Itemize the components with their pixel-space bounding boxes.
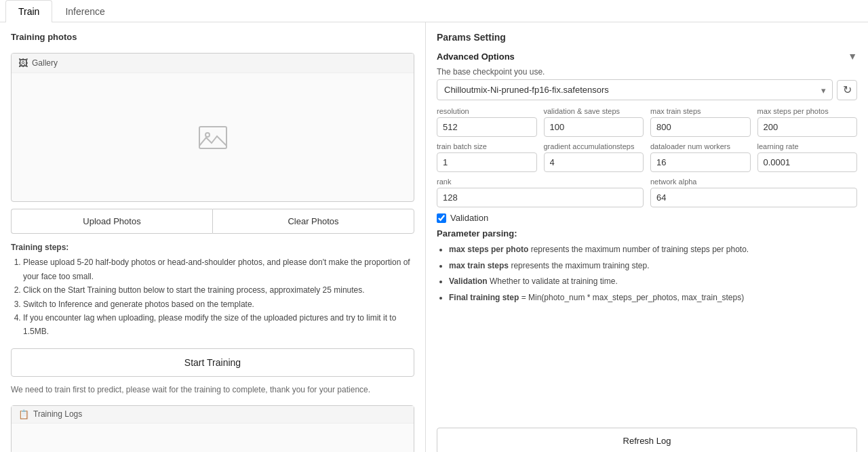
max-train-steps-group: max train steps (650, 107, 751, 137)
photo-area-body (12, 73, 414, 201)
resolution-label: resolution (437, 107, 537, 115)
photo-area-header: 🖼 Gallery (12, 54, 414, 73)
main-layout: Training photos 🖼 Gallery Upload Phot (0, 22, 868, 452)
upload-photos-button[interactable]: Upload Photos (11, 209, 212, 234)
validation-save-steps-group: validation & save steps (544, 107, 644, 137)
network-alpha-input[interactable] (650, 188, 857, 207)
gradient-accumulation-label: gradient accumulationsteps (544, 142, 644, 150)
learning-rate-label: learning rate (757, 142, 858, 150)
validation-save-steps-label: validation & save steps (544, 107, 644, 115)
checkpoint-refresh-button[interactable]: ↻ (837, 80, 857, 100)
step-3: Switch to Inference and generate photos … (23, 297, 414, 311)
dataloader-num-workers-label: dataloader num workers (650, 142, 751, 150)
parsing-item-1: max steps per photo represents the maxim… (449, 243, 857, 258)
parsing-item-2: max train steps represents the maximum t… (449, 259, 857, 274)
start-training-button[interactable]: Start Training (11, 348, 414, 377)
photo-upload-area: 🖼 Gallery (11, 53, 414, 202)
rank-group: rank (437, 178, 644, 207)
tab-inference[interactable]: Inference (52, 0, 117, 22)
refresh-log-button[interactable]: Refresh Log (437, 428, 857, 452)
left-panel: Training photos 🖼 Gallery Upload Phot (0, 22, 426, 452)
app-container: Train Inference Training photos 🖼 Galler… (0, 0, 868, 452)
params-setting-title: Params Setting (437, 32, 857, 43)
checkpoint-select[interactable]: Chilloutmix-Ni-pruned-fp16-fix.safetenso… (437, 79, 833, 100)
parsing-text-1: represents the maximum number of trainin… (528, 245, 749, 254)
network-alpha-label: network alpha (650, 178, 857, 186)
max-steps-per-photos-input[interactable] (757, 117, 858, 137)
training-logs-box: 📋 Training Logs (11, 405, 414, 452)
fields-row-2: train batch size gradient accumulationst… (437, 142, 857, 172)
step-2: Click on the Start Training button below… (23, 283, 414, 297)
fields-row-1: resolution validation & save steps max t… (437, 107, 857, 137)
buttons-row: Upload Photos Clear Photos (11, 209, 414, 234)
network-alpha-group: network alpha (650, 178, 857, 207)
max-train-steps-input[interactable] (650, 117, 751, 137)
checkpoint-dropdown-wrapper: Chilloutmix-Ni-pruned-fp16-fix.safetenso… (437, 79, 833, 100)
training-steps-title: Training steps: (11, 241, 414, 254)
step-4: If you encounter lag when uploading, ple… (23, 311, 414, 339)
train-batch-size-group: train batch size (437, 142, 537, 172)
advanced-options-section: Advanced Options ▼ The base checkpoint y… (437, 51, 857, 306)
parsing-bold-2: max train steps (449, 261, 509, 270)
dataloader-num-workers-group: dataloader num workers (650, 142, 751, 172)
fields-row-rank: rank network alpha (437, 178, 857, 207)
resolution-input[interactable] (437, 117, 537, 137)
tabs-bar: Train Inference (0, 0, 868, 22)
training-logs-icon: 📋 (18, 409, 29, 419)
gallery-label: Gallery (32, 58, 58, 68)
learning-rate-group: learning rate (757, 142, 858, 172)
parsing-bold-1: max steps per photo (449, 245, 528, 254)
max-steps-per-photos-group: max steps per photos (757, 107, 858, 137)
max-train-steps-label: max train steps (650, 107, 751, 115)
learning-rate-input[interactable] (757, 152, 858, 172)
resolution-group: resolution (437, 107, 537, 137)
training-steps-list: Please upload 5-20 half-body photos or h… (11, 255, 414, 338)
parsing-item-4: Final training step = Min(photo_num * ma… (449, 291, 857, 306)
step-1: Please upload 5-20 half-body photos or h… (23, 255, 414, 283)
clear-photos-button[interactable]: Clear Photos (212, 209, 414, 234)
chevron-down-icon[interactable]: ▼ (848, 51, 857, 62)
parsing-text-4: = Min(photo_num * max_steps_per_photos, … (519, 293, 744, 302)
right-panel: Params Setting Advanced Options ▼ The ba… (426, 22, 868, 452)
training-photos-title: Training photos (11, 32, 414, 42)
validation-checkbox[interactable] (437, 213, 446, 223)
advanced-options-title: Advanced Options (437, 52, 515, 62)
gradient-accumulation-group: gradient accumulationsteps (544, 142, 644, 172)
svg-rect-0 (199, 127, 226, 148)
parameter-parsing-list: max steps per photo represents the maxim… (437, 243, 857, 305)
validation-row: Validation (437, 213, 857, 223)
max-steps-per-photos-label: max steps per photos (757, 107, 858, 115)
train-batch-size-label: train batch size (437, 142, 537, 150)
validation-save-steps-input[interactable] (544, 117, 644, 137)
dropdown-row: Chilloutmix-Ni-pruned-fp16-fix.safetenso… (437, 79, 857, 100)
gallery-icon: 🖼 (18, 58, 28, 68)
validation-label: Validation (450, 213, 488, 223)
parsing-item-3: Validation Whether to validate at traini… (449, 274, 857, 289)
train-batch-size-input[interactable] (437, 152, 537, 172)
dataloader-num-workers-input[interactable] (650, 152, 751, 172)
parsing-text-2: represents the maximum training step. (509, 261, 649, 270)
parsing-bold-4: Final training step (449, 293, 519, 302)
training-logs-header: 📋 Training Logs (12, 406, 414, 424)
patience-text: We need to train first to predict, pleas… (11, 385, 414, 394)
rank-input[interactable] (437, 188, 644, 207)
svg-point-1 (205, 133, 210, 137)
tab-train[interactable]: Train (5, 0, 52, 22)
gradient-accumulation-input[interactable] (544, 152, 644, 172)
base-checkpoint-label: The base checkpoint you use. (437, 67, 857, 77)
rank-label: rank (437, 178, 644, 186)
parameter-parsing-title: Parameter parsing: (437, 228, 857, 239)
parsing-bold-3: Validation (449, 276, 488, 286)
training-steps: Training steps: Please upload 5-20 half-… (11, 241, 414, 339)
training-logs-body (12, 424, 414, 452)
image-placeholder-icon (197, 121, 229, 154)
training-logs-label: Training Logs (33, 409, 82, 419)
parsing-text-3: Whether to validate at training time. (488, 276, 618, 286)
advanced-options-header: Advanced Options ▼ (437, 51, 857, 62)
